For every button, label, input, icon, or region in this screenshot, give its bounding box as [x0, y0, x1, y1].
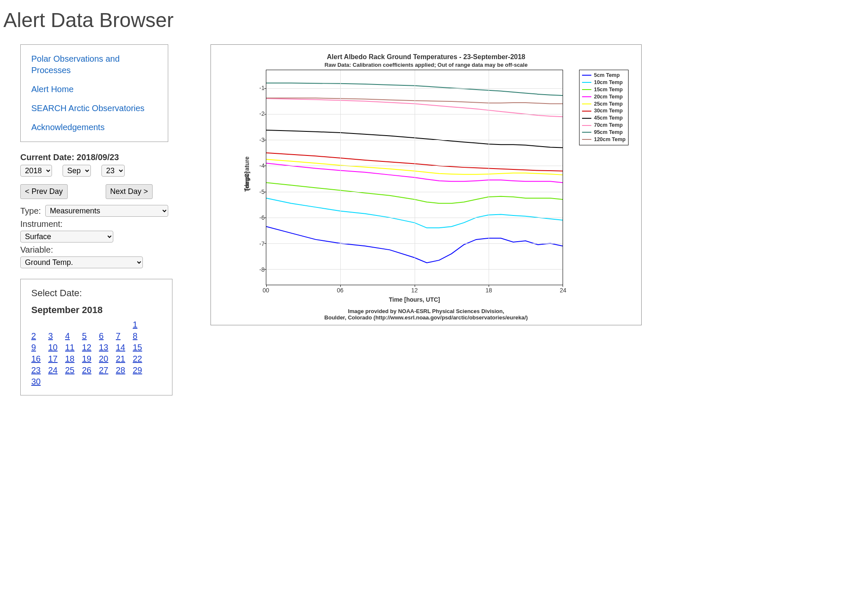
legend-item: 120cm Temp [582, 136, 626, 143]
legend-item: 20cm Temp [582, 93, 626, 101]
chart-body: Temperature [degC] 5cm Temp10cm Temp15cm… [217, 70, 635, 306]
legend-item: 70cm Temp [582, 122, 626, 129]
legend-swatch [582, 125, 591, 126]
y-tick-label: -3 [260, 136, 265, 143]
legend-item: 45cm Temp [582, 114, 626, 122]
calendar-day[interactable]: 7 [116, 331, 120, 341]
calendar-day[interactable]: 10 [48, 343, 57, 352]
y-tick-label: -1 [260, 84, 265, 91]
type-select[interactable]: Measurements [45, 205, 168, 217]
calendar-day[interactable]: 24 [48, 365, 57, 375]
next-day-button[interactable]: Next Day > [106, 184, 153, 199]
y-tick-label: -7 [260, 240, 265, 247]
calendar-day[interactable]: 23 [31, 365, 41, 375]
calendar-day[interactable]: 5 [82, 331, 87, 341]
legend-swatch [582, 82, 591, 83]
calendar-day[interactable]: 25 [65, 365, 74, 375]
year-select[interactable]: 2018 [20, 165, 52, 177]
calendar-day[interactable]: 15 [133, 343, 142, 352]
calendar-day[interactable]: 14 [116, 343, 125, 352]
current-date-label: Current Date: 2018/09/23 [20, 153, 168, 162]
legend-label: 25cm Temp [594, 101, 623, 108]
legend: 5cm Temp10cm Temp15cm Temp20cm Temp25cm … [579, 70, 629, 145]
legend-item: 25cm Temp [582, 101, 626, 108]
calendar-day[interactable]: 2 [31, 331, 36, 341]
legend-swatch [582, 96, 591, 97]
x-tick-label: 06 [337, 287, 344, 294]
y-tick-label: -4 [260, 162, 265, 169]
legend-label: 95cm Temp [594, 129, 623, 136]
nav-link[interactable]: Polar Observations and Processes [31, 53, 157, 76]
x-tick-label: 00 [262, 287, 269, 294]
x-tick-label: 24 [560, 287, 566, 294]
layout: Polar Observations and ProcessesAlert Ho… [3, 44, 839, 395]
calendar-day[interactable]: 11 [65, 343, 74, 352]
chart-subtitle: Raw Data: Calibration coefficients appli… [217, 62, 635, 68]
calendar-day[interactable]: 4 [65, 331, 70, 341]
calendar-day[interactable]: 18 [65, 354, 74, 363]
legend-swatch [582, 118, 591, 119]
plot-area [266, 70, 563, 285]
legend-swatch [582, 111, 591, 112]
calendar-day[interactable]: 1 [133, 320, 137, 329]
legend-label: 30cm Temp [594, 107, 623, 114]
legend-swatch [582, 75, 591, 76]
calendar-day[interactable]: 3 [48, 331, 53, 341]
calendar-grid: 1234567891011121314151617181920212223242… [31, 320, 161, 387]
legend-label: 70cm Temp [594, 122, 623, 129]
nav-box: Polar Observations and ProcessesAlert Ho… [20, 44, 168, 142]
calendar-day[interactable]: 9 [31, 343, 36, 352]
calendar-day[interactable]: 17 [48, 354, 57, 363]
variable-select[interactable]: Ground Temp. [20, 256, 143, 268]
y-tick-label: -6 [260, 214, 265, 221]
legend-label: 15cm Temp [594, 86, 623, 93]
calendar-day[interactable]: 8 [133, 331, 137, 341]
legend-swatch [582, 132, 591, 133]
calendar-title: Select Date: [31, 288, 161, 299]
calendar-day[interactable]: 12 [82, 343, 91, 352]
calendar-day[interactable]: 13 [99, 343, 108, 352]
legend-label: 5cm Temp [594, 72, 620, 79]
day-select[interactable]: 23 [101, 165, 125, 177]
month-select[interactable]: Sep [63, 165, 91, 177]
prev-day-button[interactable]: < Prev Day [20, 184, 68, 199]
calendar-day[interactable]: 16 [31, 354, 41, 363]
calendar-day[interactable]: 22 [133, 354, 142, 363]
y-tick-label: -2 [260, 110, 265, 117]
x-tick-label: 18 [485, 287, 492, 294]
calendar-day[interactable]: 19 [82, 354, 91, 363]
date-selects: 2018 Sep 23 [20, 165, 168, 177]
calendar-day[interactable]: 6 [99, 331, 104, 341]
x-tick-label: 12 [411, 287, 418, 294]
nav-link[interactable]: Alert Home [31, 84, 157, 95]
chart-title: Alert Albedo Rack Ground Temperatures - … [217, 53, 635, 61]
legend-label: 45cm Temp [594, 114, 623, 122]
legend-label: 20cm Temp [594, 93, 623, 101]
calendar-day[interactable]: 28 [116, 365, 125, 375]
type-label: Type: [20, 206, 41, 216]
legend-swatch [582, 139, 591, 140]
calendar-day[interactable]: 30 [31, 377, 41, 386]
y-tick-label: -5 [260, 188, 265, 195]
nav-link[interactable]: Acknowledgements [31, 122, 157, 133]
instrument-select[interactable]: Surface [20, 231, 113, 243]
calendar-day[interactable]: 26 [82, 365, 91, 375]
legend-item: 95cm Temp [582, 129, 626, 136]
calendar-day[interactable]: 27 [99, 365, 108, 375]
calendar-day[interactable]: 20 [99, 354, 108, 363]
legend-item: 5cm Temp [582, 72, 626, 79]
legend-swatch [582, 104, 591, 104]
calendar-day[interactable]: 29 [133, 365, 142, 375]
calendar-box: Select Date: September 2018 123456789101… [20, 279, 172, 395]
page-title: Alert Data Browser [3, 8, 839, 32]
x-axis-label: Time [hours, UTC] [266, 296, 563, 303]
calendar-day[interactable]: 21 [116, 354, 125, 363]
chart-panel: Alert Albedo Rack Ground Temperatures - … [210, 44, 642, 325]
variable-label: Variable: [20, 245, 53, 255]
chart-credits: Image provided by NOAA-ESRL Physical Sci… [217, 308, 635, 321]
nav-link[interactable]: SEARCH Arctic Observatories [31, 103, 157, 114]
instrument-label: Instrument: [20, 219, 63, 229]
legend-item: 15cm Temp [582, 86, 626, 93]
y-axis-label: Temperature [degC] [229, 70, 265, 285]
sidebar: Polar Observations and ProcessesAlert Ho… [3, 44, 168, 395]
